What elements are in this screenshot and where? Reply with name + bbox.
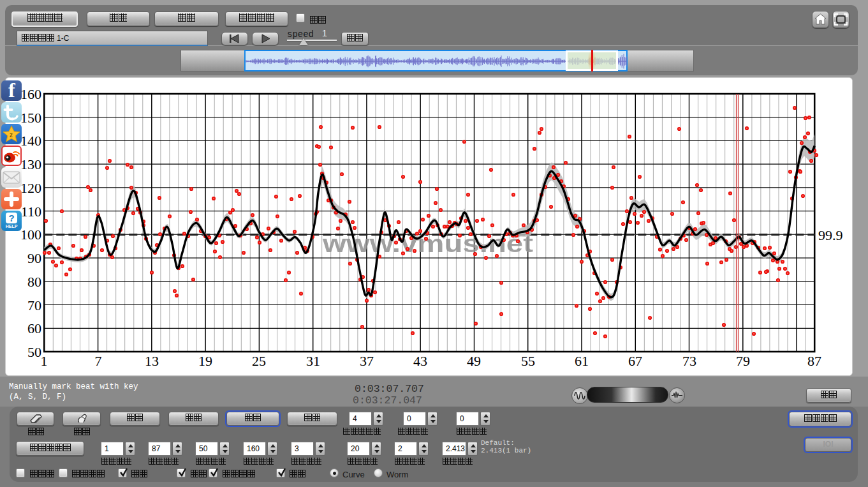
svg-text:13: 13 <box>145 353 159 369</box>
svg-text:110: 110 <box>21 204 41 220</box>
svg-text:7: 7 <box>95 353 102 369</box>
svg-text:67: 67 <box>628 353 642 369</box>
svg-text:70: 70 <box>27 297 41 313</box>
svg-text:160: 160 <box>20 86 41 102</box>
svg-text:79: 79 <box>736 353 750 369</box>
svg-text:130: 130 <box>20 156 41 172</box>
svg-text:99.9: 99.9 <box>818 227 843 243</box>
svg-text:43: 43 <box>413 353 427 369</box>
svg-text:100: 100 <box>20 227 41 243</box>
svg-text:73: 73 <box>682 353 696 369</box>
svg-text:90: 90 <box>27 250 41 266</box>
svg-text:120: 120 <box>20 180 41 196</box>
svg-text:1: 1 <box>41 353 48 369</box>
svg-text:80: 80 <box>27 274 41 290</box>
svg-text:50: 50 <box>27 344 41 360</box>
svg-text:60: 60 <box>27 320 41 336</box>
svg-text:25: 25 <box>252 353 266 369</box>
svg-text:87: 87 <box>807 353 821 369</box>
svg-text:55: 55 <box>521 353 535 369</box>
svg-text:z: z <box>10 131 13 139</box>
svg-text:31: 31 <box>306 353 320 369</box>
svg-text:19: 19 <box>198 353 212 369</box>
svg-text:150: 150 <box>20 110 41 126</box>
svg-text:37: 37 <box>360 353 374 369</box>
svg-text:140: 140 <box>20 133 41 149</box>
svg-text:61: 61 <box>575 353 589 369</box>
svg-text:49: 49 <box>467 353 481 369</box>
